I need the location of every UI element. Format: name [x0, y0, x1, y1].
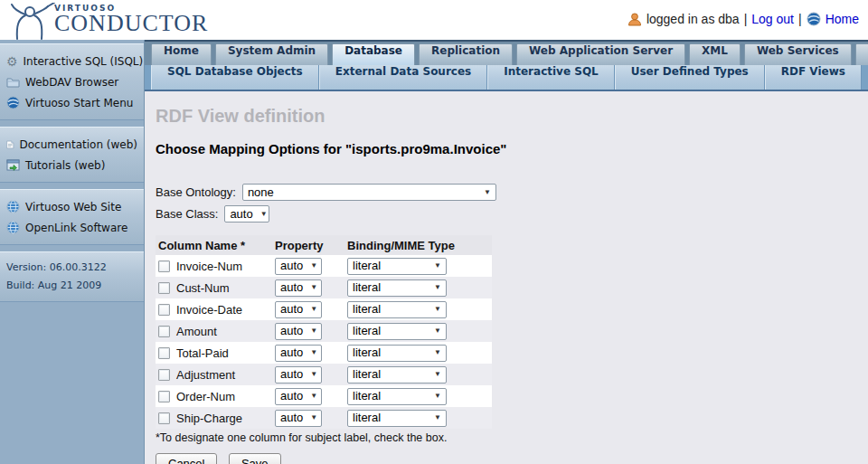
chevron-down-icon: ▼ — [310, 305, 317, 313]
sidebar-panel-links: Virtuoso Web Site OpenLink Software — [0, 189, 144, 245]
binding-select[interactable]: literal▼ — [347, 366, 447, 384]
version-text: Version: 06.00.3122 — [6, 259, 137, 277]
primary-tabbar: Home System Admin Database Replication W… — [145, 40, 868, 65]
table-row: Invoice-Num auto▼ literal▼ — [156, 255, 492, 277]
base-class-value: auto — [230, 207, 252, 221]
property-select[interactable]: auto▼ — [275, 345, 322, 362]
tab-home[interactable]: Home — [151, 43, 212, 65]
sidebar-item-documentation[interactable]: Documentation (web) — [6, 134, 137, 155]
column-name: Adjustment — [176, 368, 235, 382]
sidebar-item-interactive-sql[interactable]: ⚙ Interactive SQL (ISQL) — [6, 51, 137, 71]
binding-value: literal — [353, 280, 381, 294]
logout-link[interactable]: Log out — [751, 12, 794, 26]
binding-select[interactable]: literal▼ — [347, 345, 447, 362]
sidebar-panel-tools: ⚙ Interactive SQL (ISQL) WebDAV Browser … — [0, 43, 144, 120]
main-area: Home System Admin Database Replication W… — [145, 40, 868, 464]
chevron-down-icon: ▼ — [434, 305, 441, 313]
property-select[interactable]: auto▼ — [275, 323, 322, 340]
binding-select[interactable]: literal▼ — [347, 279, 447, 297]
property-select[interactable]: auto▼ — [275, 366, 322, 384]
table-row: Order-Num auto▼ literal▼ — [156, 385, 492, 407]
property-value: auto — [280, 411, 303, 424]
chevron-down-icon: ▼ — [310, 283, 317, 291]
sidebar-panel-docs: Documentation (web) Tutorials (web) — [0, 127, 144, 183]
sidebar-item-virtuoso-web-site[interactable]: Virtuoso Web Site — [6, 196, 137, 217]
row-checkbox[interactable] — [158, 260, 170, 272]
separator: | — [798, 12, 802, 26]
chevron-down-icon: ▼ — [484, 188, 491, 196]
table-row: Cust-Num auto▼ literal▼ — [156, 277, 492, 298]
subtab-external-data-sources[interactable]: External Data Sources — [319, 65, 487, 90]
subtab-interactive-sql[interactable]: Interactive SQL — [487, 65, 615, 90]
subtab-rdf-views[interactable]: RDF Views — [765, 65, 862, 90]
sidebar-item-webdav-browser[interactable]: WebDAV Browser — [6, 71, 137, 92]
sidebar-item-start-menu[interactable]: Virtuoso Start Menu — [6, 92, 137, 113]
tab-database[interactable]: Database — [332, 43, 415, 65]
table-header-row: Column Name * Property Binding/MIME Type — [156, 235, 492, 255]
chevron-down-icon: ▼ — [434, 283, 441, 291]
user-icon — [627, 13, 642, 26]
sidebar-item-openlink-software[interactable]: OpenLink Software — [6, 217, 137, 238]
gear-icon: ⚙ — [6, 55, 18, 68]
binding-select[interactable]: literal▼ — [347, 388, 447, 405]
property-value: auto — [280, 302, 303, 316]
sidebar: ⚙ Interactive SQL (ISQL) WebDAV Browser … — [0, 40, 145, 464]
tab-system-admin[interactable]: System Admin — [215, 43, 328, 65]
binding-select[interactable]: literal▼ — [347, 410, 447, 427]
binding-select[interactable]: literal▼ — [347, 323, 447, 340]
row-checkbox[interactable] — [158, 326, 170, 337]
row-checkbox[interactable] — [158, 369, 170, 381]
column-name: Ship-Charge — [176, 412, 242, 425]
row-checkbox[interactable] — [158, 391, 170, 402]
property-value: auto — [280, 280, 303, 294]
virtuoso-conductor-logo: VIRTUOSO CONDUCTOR — [5, 1, 208, 41]
tab-web-services[interactable]: Web Services — [744, 43, 852, 65]
base-ontology-value: none — [248, 185, 274, 199]
property-select[interactable]: auto▼ — [275, 301, 322, 318]
globe-icon — [807, 12, 821, 26]
globe-icon — [6, 96, 20, 109]
tab-xml[interactable]: XML — [689, 43, 741, 65]
property-select[interactable]: auto▼ — [275, 388, 322, 405]
table-row: Amount auto▼ literal▼ — [156, 320, 492, 342]
property-value: auto — [280, 389, 303, 402]
table-row: Adjustment auto▼ literal▼ — [156, 364, 492, 385]
sidebar-panel-version: Version: 06.00.3122 Build: Aug 21 2009 — [0, 251, 144, 302]
sidebar-item-tutorials[interactable]: Tutorials (web) — [6, 155, 137, 175]
property-select[interactable]: auto▼ — [275, 258, 322, 275]
row-checkbox[interactable] — [158, 304, 170, 316]
property-select[interactable]: auto▼ — [275, 279, 322, 297]
chevron-down-icon: ▼ — [310, 370, 317, 378]
chevron-down-icon: ▼ — [310, 261, 317, 270]
subtab-user-defined-types[interactable]: User Defined Types — [615, 65, 765, 90]
page-subtitle: Choose Mapping Options for "isports.pro9… — [156, 141, 868, 156]
subtab-sql-database-objects[interactable]: SQL Database Objects — [151, 65, 319, 90]
binding-value: literal — [353, 346, 381, 359]
binding-select[interactable]: literal▼ — [347, 301, 447, 318]
cancel-button[interactable]: Cancel — [156, 453, 217, 464]
row-checkbox[interactable] — [158, 412, 170, 424]
button-row: Cancel Save — [156, 453, 868, 464]
tab-rdf[interactable]: RDF — [855, 43, 868, 65]
property-select[interactable]: auto▼ — [275, 410, 322, 427]
binding-value: literal — [353, 411, 381, 424]
table-row: Total-Paid auto▼ literal▼ — [156, 342, 492, 364]
tab-replication[interactable]: Replication — [419, 43, 513, 65]
binding-select[interactable]: literal▼ — [347, 258, 447, 275]
row-checkbox[interactable] — [158, 282, 170, 294]
tab-web-application-server[interactable]: Web Application Server — [516, 43, 685, 65]
row-checkbox[interactable] — [158, 347, 170, 359]
home-link[interactable]: Home — [826, 12, 859, 26]
base-class-label: Base Class: — [156, 207, 218, 221]
globe-icon — [6, 221, 20, 234]
base-ontology-select[interactable]: none ▼ — [242, 184, 496, 201]
chevron-down-icon: ▼ — [310, 327, 317, 335]
chevron-down-icon: ▼ — [260, 210, 268, 218]
base-class-select[interactable]: auto ▼ — [224, 205, 269, 223]
logo-text-conductor: CONDUCTOR — [54, 13, 208, 34]
separator: | — [744, 12, 748, 26]
binding-value: literal — [353, 302, 381, 316]
save-button[interactable]: Save — [229, 453, 281, 464]
table-body: Invoice-Num auto▼ literal▼ Cust-Num auto… — [156, 255, 492, 429]
binding-value: literal — [353, 324, 381, 337]
